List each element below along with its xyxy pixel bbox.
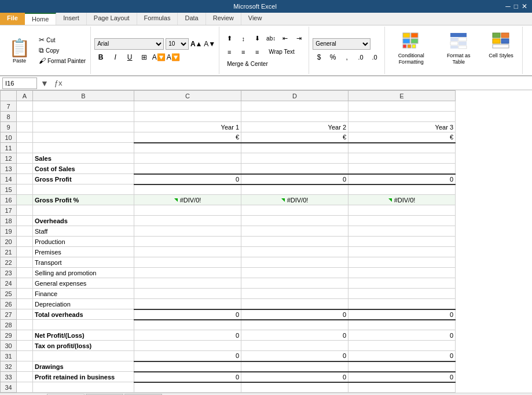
row-header[interactable]: 19 — [1, 226, 17, 237]
cell-value[interactable]: 0 — [348, 351, 456, 361]
cell-value[interactable]: 0 — [241, 309, 348, 320]
cell[interactable] — [241, 184, 348, 195]
cell[interactable] — [348, 164, 456, 174]
cell[interactable] — [348, 247, 456, 257]
cell-value[interactable]: 0 — [134, 330, 241, 341]
maximize-icon[interactable]: □ — [514, 2, 518, 10]
cell[interactable] — [17, 247, 33, 257]
paste-button[interactable]: 📋 Paste — [2, 28, 36, 73]
cell[interactable] — [17, 278, 33, 289]
cell[interactable] — [241, 320, 348, 330]
cell[interactable] — [17, 330, 33, 341]
cell[interactable] — [17, 268, 33, 278]
cell-value[interactable]: Year 2 — [241, 122, 348, 132]
cell[interactable] — [348, 112, 456, 122]
cell[interactable] — [134, 164, 241, 174]
cell[interactable] — [134, 289, 241, 299]
cell-value[interactable]: Year 3 — [348, 122, 456, 132]
percent-button[interactable]: % — [326, 51, 339, 63]
cell[interactable] — [134, 216, 241, 226]
cell[interactable] — [134, 320, 241, 330]
cell-value[interactable]: Selling and promotion — [33, 268, 134, 278]
font-family-select[interactable]: Arial — [94, 38, 164, 50]
cell[interactable] — [241, 153, 348, 164]
cell[interactable] — [241, 237, 348, 247]
align-right-button[interactable]: ≡ — [251, 46, 263, 58]
cell[interactable] — [134, 101, 241, 112]
cell[interactable] — [134, 184, 241, 195]
cell-value[interactable]: 0 — [241, 330, 348, 341]
cell-value[interactable]: € — [241, 132, 348, 143]
close-icon[interactable]: ✕ — [522, 2, 527, 10]
cell[interactable] — [17, 184, 33, 195]
cell[interactable] — [348, 278, 456, 289]
cell-value[interactable]: Cost of Sales — [33, 164, 134, 174]
cell[interactable] — [348, 237, 456, 247]
currency-button[interactable]: $ — [313, 51, 325, 63]
cell-value[interactable]: 0 — [134, 174, 241, 184]
align-left-button[interactable]: ≡ — [223, 46, 236, 58]
cell-value[interactable]: 0 — [134, 372, 241, 382]
cell[interactable] — [17, 289, 33, 299]
row-header[interactable]: 34 — [1, 382, 17, 393]
cell[interactable] — [17, 216, 33, 226]
decrease-font-button[interactable]: A▼ — [204, 38, 215, 50]
row-header[interactable]: 30 — [1, 341, 17, 351]
cell-styles-button[interactable]: Cell Styles — [483, 29, 519, 62]
cell[interactable] — [33, 101, 134, 112]
cell[interactable] — [134, 361, 241, 372]
row-header[interactable]: 17 — [1, 205, 17, 216]
cell-value[interactable]: 0 — [241, 372, 348, 382]
cell[interactable] — [134, 247, 241, 257]
col-header-e[interactable]: E — [348, 91, 456, 101]
cell[interactable] — [241, 247, 348, 257]
cell[interactable] — [33, 320, 134, 330]
col-header-d[interactable]: D — [241, 91, 348, 101]
format-as-table-button[interactable]: Format as Table — [436, 29, 481, 68]
cell-value[interactable]: 0 — [241, 174, 348, 184]
cell[interactable] — [17, 143, 33, 153]
cell[interactable] — [241, 289, 348, 299]
cell[interactable] — [348, 382, 456, 393]
cell-value[interactable]: Premises — [33, 247, 134, 257]
cell-value[interactable]: Production — [33, 237, 134, 247]
cell[interactable] — [17, 226, 33, 237]
cell[interactable] — [134, 257, 241, 268]
row-header[interactable]: 29 — [1, 330, 17, 341]
cell-value[interactable]: 0 — [134, 351, 241, 361]
cell[interactable] — [241, 257, 348, 268]
cell[interactable] — [241, 278, 348, 289]
cell[interactable] — [17, 309, 33, 320]
increase-font-button[interactable]: A▲ — [190, 38, 202, 50]
cell-value[interactable]: Gross Profit % — [33, 195, 134, 205]
cell-value[interactable]: Staff — [33, 226, 134, 237]
cell[interactable] — [348, 268, 456, 278]
row-header[interactable]: 7 — [1, 101, 17, 112]
cell[interactable] — [17, 153, 33, 164]
font-size-select[interactable]: 10 — [166, 38, 189, 50]
tab-insert[interactable]: Insert — [56, 13, 87, 25]
cell-value[interactable]: Transport — [33, 257, 134, 268]
underline-button[interactable]: U — [123, 51, 136, 63]
cell-value[interactable]: Profit retained in business — [33, 372, 134, 382]
row-header[interactable]: 9 — [1, 122, 17, 132]
tab-formulas[interactable]: Formulas — [137, 13, 178, 25]
cell[interactable] — [134, 153, 241, 164]
cell-reference-input[interactable] — [2, 77, 37, 89]
cell[interactable] — [33, 122, 134, 132]
cell[interactable] — [134, 205, 241, 216]
cell-value[interactable]: € — [348, 132, 456, 143]
cell[interactable] — [134, 382, 241, 393]
cell-value[interactable]: 0 — [134, 309, 241, 320]
cell[interactable] — [17, 164, 33, 174]
row-header[interactable]: 26 — [1, 299, 17, 309]
cell[interactable] — [17, 351, 33, 361]
cell[interactable] — [348, 226, 456, 237]
cell[interactable] — [241, 216, 348, 226]
conditional-formatting-button[interactable]: Conditional Formatting — [388, 29, 434, 68]
cell-value[interactable]: 0 — [348, 330, 456, 341]
cell[interactable] — [348, 341, 456, 351]
cell[interactable] — [134, 268, 241, 278]
col-header-c[interactable]: C — [134, 91, 241, 101]
cell[interactable] — [33, 132, 134, 143]
